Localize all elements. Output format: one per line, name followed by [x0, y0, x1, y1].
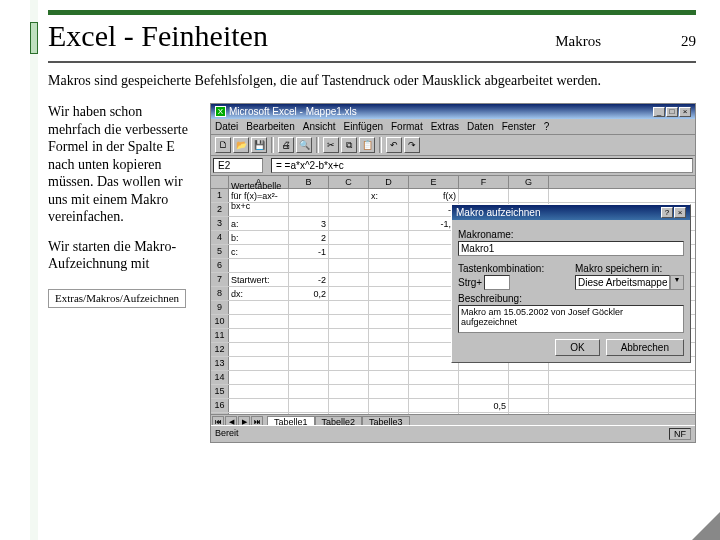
table-row[interactable]: 160,5	[211, 399, 695, 413]
preview-icon[interactable]: 🔍	[296, 137, 312, 153]
copy-icon[interactable]: ⧉	[341, 137, 357, 153]
menu-path: Extras/Makros/Aufzeichnen	[48, 289, 186, 309]
body-paragraph-1: Wir haben schon mehrfach die ver­bessert…	[48, 103, 198, 226]
status-bar: Bereit NF	[211, 425, 695, 442]
menu-ansicht[interactable]: Ansicht	[303, 121, 336, 132]
status-text: Bereit	[215, 428, 239, 440]
table-row[interactable]: 14	[211, 371, 695, 385]
name-box[interactable]: E2	[213, 158, 263, 173]
formula-bar: E2 = =a*x^2-b*x+c	[211, 156, 695, 176]
description-input[interactable]: Makro am 15.05.2002 von Josef Göckler au…	[458, 305, 684, 333]
chevron-down-icon[interactable]: ▼	[670, 275, 684, 290]
menu-fenster[interactable]: Fenster	[502, 121, 536, 132]
menu-bearbeiten[interactable]: Bearbeiten	[246, 121, 294, 132]
excel-window: X Microsoft Excel - Mappe1.xls _ □ × Dat…	[210, 103, 696, 443]
menubar: Datei Bearbeiten Ansicht Einfügen Format…	[211, 119, 695, 135]
dialog-help-button[interactable]: ?	[661, 207, 673, 218]
table-row[interactable]: 1Wertetabelle für f(x)=ax²-bx+cx:f(x)	[211, 189, 695, 203]
dialog-title: Makro aufzeichnen	[456, 207, 541, 218]
store-combo[interactable]	[575, 275, 670, 290]
intro-text: Makros sind gespeicherte Befehlsfolgen, …	[48, 73, 696, 89]
paste-icon[interactable]: 📋	[359, 137, 375, 153]
page-curl-icon	[692, 512, 720, 540]
cancel-button[interactable]: Abbrechen	[606, 339, 684, 356]
status-nf: NF	[669, 428, 691, 440]
menu-extras[interactable]: Extras	[431, 121, 459, 132]
menu-datei[interactable]: Datei	[215, 121, 238, 132]
save-icon[interactable]: 💾	[251, 137, 267, 153]
excel-logo-icon: X	[215, 106, 226, 117]
menu-einfuegen[interactable]: Einfügen	[344, 121, 383, 132]
shortcut-label: Tastenkombination:	[458, 263, 567, 274]
menu-format[interactable]: Format	[391, 121, 423, 132]
macro-name-label: Makroname:	[458, 229, 684, 240]
store-label: Makro speichern in:	[575, 263, 684, 274]
menu-daten[interactable]: Daten	[467, 121, 494, 132]
cut-icon[interactable]: ✂	[323, 137, 339, 153]
dialog-close-button[interactable]: ×	[674, 207, 686, 218]
toolbar: 🗋 📂 💾 🖨 🔍 ✂ ⧉ 📋 ↶ ↷	[211, 135, 695, 156]
macro-name-input[interactable]	[458, 241, 684, 256]
open-icon[interactable]: 📂	[233, 137, 249, 153]
new-icon[interactable]: 🗋	[215, 137, 231, 153]
redo-icon[interactable]: ↷	[404, 137, 420, 153]
ok-button[interactable]: OK	[555, 339, 599, 356]
close-button[interactable]: ×	[679, 107, 691, 117]
shortcut-prefix: Strg+	[458, 277, 482, 288]
table-row[interactable]: 15	[211, 385, 695, 399]
minimize-button[interactable]: _	[653, 107, 665, 117]
shortcut-input[interactable]	[484, 275, 510, 290]
titlebar: X Microsoft Excel - Mappe1.xls _ □ ×	[211, 104, 695, 119]
undo-icon[interactable]: ↶	[386, 137, 402, 153]
page-number: 29	[681, 33, 696, 50]
window-title: Microsoft Excel - Mappe1.xls	[229, 106, 357, 117]
print-icon[interactable]: 🖨	[278, 137, 294, 153]
record-macro-dialog: Makro aufzeichnen ? × Makroname: Tastenk…	[451, 204, 691, 363]
slide-title: Excel - Feinheiten	[48, 19, 555, 53]
maximize-button[interactable]: □	[666, 107, 678, 117]
menu-help[interactable]: ?	[544, 121, 550, 132]
description-label: Beschreibung:	[458, 293, 684, 304]
body-paragraph-2: Wir starten die Makro-Aufzeich­nung mit	[48, 238, 198, 273]
slide-section: Makros	[555, 33, 601, 50]
formula-input[interactable]: = =a*x^2-b*x+c	[271, 158, 693, 173]
